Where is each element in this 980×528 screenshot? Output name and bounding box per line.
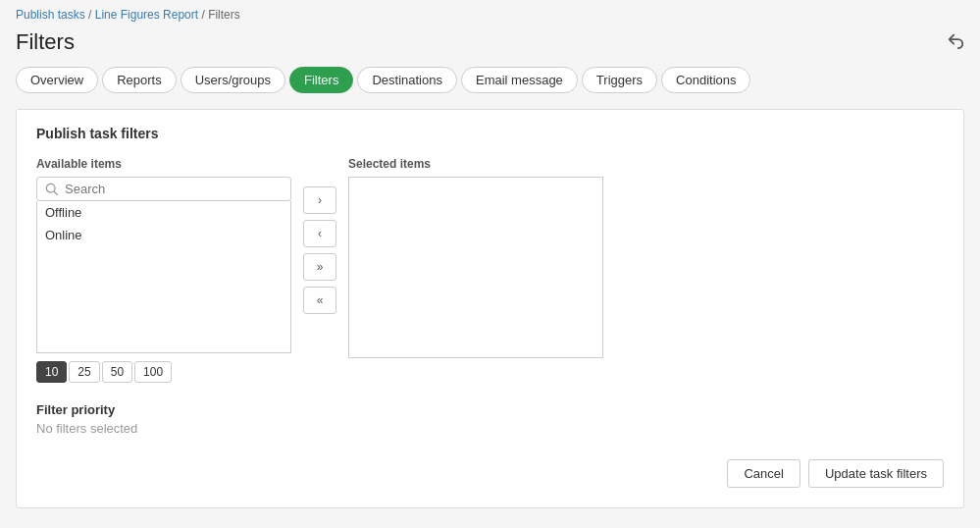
tab-conditions[interactable]: Conditions — [661, 67, 750, 93]
tab-destinations[interactable]: Destinations — [357, 67, 457, 93]
tab-users-groups[interactable]: Users/groups — [181, 67, 285, 93]
available-list-box[interactable]: Offline Online — [36, 201, 291, 353]
page-wrapper: Publish tasks / Line Figures Report / Fi… — [0, 0, 980, 528]
page-btn-100[interactable]: 100 — [134, 361, 172, 383]
card-title: Publish task filters — [36, 126, 944, 141]
page-btn-25[interactable]: 25 — [69, 361, 99, 383]
breadcrumb-publish-tasks[interactable]: Publish tasks — [16, 8, 85, 22]
filter-priority-section: Filter priority No filters selected — [36, 402, 944, 436]
selected-section: Selected items — [348, 157, 603, 358]
page-btn-10[interactable]: 10 — [36, 361, 67, 383]
update-task-filters-button[interactable]: Update task filters — [808, 459, 944, 488]
back-button[interactable] — [947, 31, 964, 53]
tab-email-message[interactable]: Email message — [461, 67, 578, 93]
page-btn-50[interactable]: 50 — [102, 361, 132, 383]
selected-list-box[interactable] — [348, 177, 603, 358]
tab-reports[interactable]: Reports — [102, 67, 177, 93]
breadcrumb: Publish tasks / Line Figures Report / Fi… — [16, 8, 964, 22]
filter-layout: Available items Offline Online 10 — [36, 157, 944, 383]
search-box — [36, 177, 291, 201]
move-all-right-button[interactable]: » — [303, 253, 336, 281]
page-title: Filters — [16, 29, 75, 55]
cancel-button[interactable]: Cancel — [727, 459, 799, 488]
filter-priority-label: Filter priority — [36, 402, 944, 417]
tab-bar: Overview Reports Users/groups Filters De… — [16, 67, 964, 93]
tab-overview[interactable]: Overview — [16, 67, 98, 93]
move-left-button[interactable]: ‹ — [303, 220, 336, 247]
undo-icon — [947, 31, 964, 49]
move-right-button[interactable]: › — [303, 186, 336, 214]
search-icon — [45, 183, 59, 196]
breadcrumb-current: Filters — [208, 8, 240, 22]
list-item[interactable]: Offline — [37, 201, 290, 224]
filter-priority-value: No filters selected — [36, 421, 944, 436]
list-item[interactable]: Online — [37, 224, 290, 246]
page-header: Filters — [16, 29, 964, 55]
tab-filters[interactable]: Filters — [289, 67, 353, 93]
available-section: Available items Offline Online 10 — [36, 157, 291, 383]
available-label: Available items — [36, 157, 291, 171]
breadcrumb-line-figures-report[interactable]: Line Figures Report — [95, 8, 198, 22]
move-all-left-button[interactable]: « — [303, 287, 336, 314]
search-input[interactable] — [65, 182, 283, 196]
svg-line-1 — [54, 191, 57, 194]
pagination-row: 10 25 50 100 — [36, 361, 291, 383]
publish-task-filters-card: Publish task filters Available items Off… — [16, 109, 964, 508]
arrow-buttons: › ‹ » « — [303, 186, 336, 314]
tab-triggers[interactable]: Triggers — [582, 67, 657, 93]
selected-label: Selected items — [348, 157, 603, 171]
footer: Cancel Update task filters — [36, 459, 944, 488]
